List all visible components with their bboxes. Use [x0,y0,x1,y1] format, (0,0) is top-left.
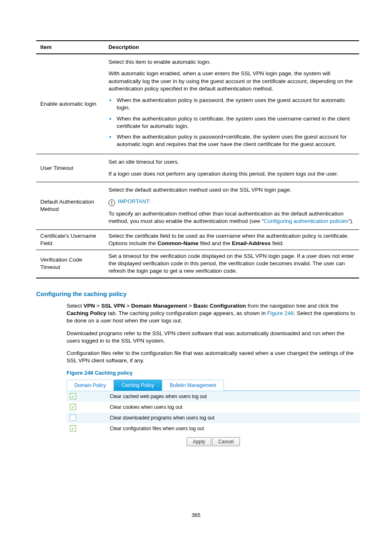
option-row: ✓ Clear downloaded programs when users l… [67,412,360,423]
section-body: Select VPN > SSL VPN > Domain Management… [36,302,359,448]
row1-item: Enable automatic login [36,54,105,154]
tab-name-caching-policy: Caching Policy [67,310,106,316]
sep: > [95,303,101,309]
bold-common-name: Common-Name [157,240,198,246]
table-row: Verification Code Timeout Set a timeout … [36,250,359,278]
description-table: Item Description Enable automatic login … [36,40,359,278]
text: filed and the [198,240,232,246]
text: Set an idle timeout for users. [108,158,356,166]
sep: > [125,303,131,309]
th-item: Item [36,41,105,54]
important-callout: ! IMPORTANT: [108,198,356,206]
row2-desc: Set an idle timeout for users. If a logi… [105,154,359,182]
paragraph: Configuration files refer to the configu… [67,350,359,364]
th-desc: Description [105,41,359,54]
option-row: ✓ Clear cached web pages when users log … [67,391,360,402]
option-label: Clear downloaded programs when users log… [110,415,214,421]
table-row: Default Authentication Method Select the… [36,182,359,229]
important-icon: ! [108,199,115,206]
row5-desc: Set a timeout for the verification code … [105,250,359,278]
table-row: Certificate's Username Field Select the … [36,229,359,250]
text: Select this item to enable automatic log… [108,58,356,66]
breadcrumb-domain-mgmt: Domain Management [131,303,187,309]
text: from the navigation tree and click the [246,303,338,309]
bullet: When the authentication policy is passwo… [108,97,356,111]
bullet-list: When the authentication policy is passwo… [108,97,356,148]
breadcrumb-vpn: VPN [83,303,95,309]
paragraph: Downloaded programs refer to the SSL VPN… [67,330,359,345]
text: "). [348,218,353,224]
checkbox-clear-downloaded[interactable]: ✓ [70,415,76,421]
tab-spacer [224,379,360,391]
link-figure-248[interactable]: Figure 248 [267,310,294,316]
checkbox-clear-cached-web[interactable]: ✓ [70,393,76,399]
apply-button[interactable]: Apply [187,437,211,446]
option-label: Clear cookies when users log out [110,404,182,410]
cancel-button[interactable]: Cancel [212,437,240,446]
tab-caching-policy[interactable]: Caching Policy [114,380,162,391]
paragraph: Select VPN > SSL VPN > Domain Management… [67,302,359,325]
text: To specify an authentication method othe… [108,210,356,225]
bullet: When the authentication policy is certif… [108,115,356,130]
tab-row: Domain Policy Caching Policy Bulletin Ma… [67,379,360,391]
breadcrumb-basic-config: Basic Configuration [194,303,246,309]
tab-domain-policy[interactable]: Domain Policy [67,380,114,391]
row3-item: Default Authentication Method [36,182,105,229]
figure-caption: Figure 248 Caching policy [67,369,359,377]
option-row: ✓ Clear cookies when users log out [67,402,360,412]
bold-email-address: Email-Address [232,240,271,246]
button-row: ApplyCancel [67,434,360,448]
figure-248: Domain Policy Caching Policy Bulletin Ma… [67,379,360,448]
text: With automatic login enabled, when a use… [108,70,356,93]
page-number: 365 [0,512,392,519]
text: field. [271,240,284,246]
text: tab. The caching policy configuration pa… [106,310,267,316]
table-row: Enable automatic login Select this item … [36,54,359,154]
important-label: IMPORTANT: [118,198,151,204]
sep: > [187,303,193,309]
row3-desc: Select the default authentication method… [105,182,359,229]
checkbox-clear-config-files[interactable]: ✓ [70,425,76,431]
link-config-auth-policies[interactable]: Configuring authentication policies [264,218,348,224]
row4-desc: Select the certificate field to be used … [105,229,359,250]
section-heading: Configuring the caching policy [36,290,359,298]
text: If a login user does not perform any ope… [108,170,356,178]
option-label: Clear cached web pages when users log ou… [110,393,207,400]
page-container: Item Description Enable automatic login … [0,0,392,448]
row5-item: Verification Code Timeout [36,250,105,278]
option-label: Clear configuration files when users log… [110,425,204,432]
text: Select [67,303,83,309]
table-row: User Timeout Set an idle timeout for use… [36,154,359,182]
option-row: ✓ Clear configuration files when users l… [67,423,360,434]
row4-item: Certificate's Username Field [36,229,105,250]
bullet: When the authentication policy is passwo… [108,133,356,148]
row2-item: User Timeout [36,154,105,182]
row1-desc: Select this item to enable automatic log… [105,54,359,154]
breadcrumb-sslvpn: SSL VPN [101,303,125,309]
checkbox-clear-cookies[interactable]: ✓ [70,404,76,410]
tab-bulletin-management[interactable]: Bulletin Management [162,380,224,391]
text: Select the default authentication method… [108,186,356,194]
